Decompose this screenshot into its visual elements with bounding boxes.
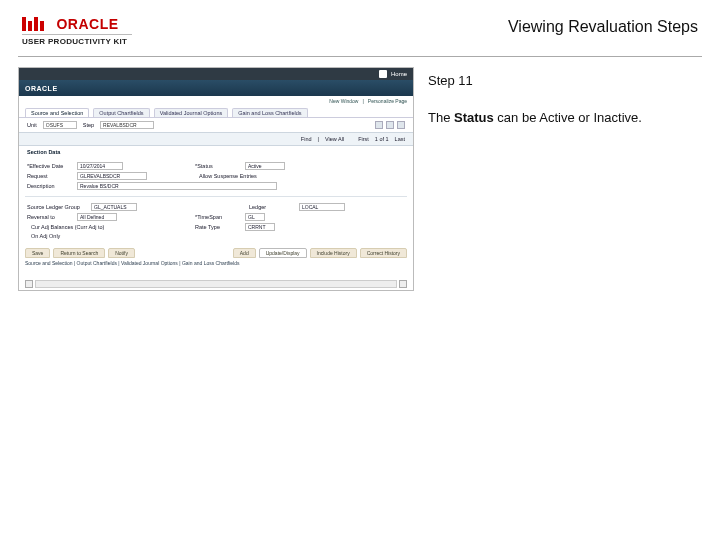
tspan-value: GL [245, 213, 265, 221]
ledger-value: LOCAL [299, 203, 345, 211]
count-text: 1 of 1 [375, 136, 389, 142]
rate-label: Rate Type [195, 224, 241, 230]
footer-links: Source and Selection | Output Chartfield… [19, 258, 413, 270]
unit-label: Unit [27, 122, 37, 128]
effdate-label: *Effective Date [27, 163, 73, 169]
first-link: First [358, 136, 369, 142]
request-label: Request [27, 173, 73, 179]
tab-source: Source and Selection [25, 108, 89, 117]
curbal-label: Cur Adj Balances (Curr Adj to) [31, 224, 104, 230]
desc-bold: Status [454, 110, 494, 125]
tool-icon [375, 121, 383, 129]
brand-subtitle: USER PRODUCTIVITY KIT [22, 34, 132, 46]
tt-label: Reversal to [27, 214, 73, 220]
step-description: The Status can be Active or Inactive. [428, 110, 702, 125]
btn-correct: Correct History [360, 248, 407, 258]
tab-journal: Validated Journal Options [154, 108, 229, 117]
btn-return: Return to Search [53, 248, 105, 258]
allow-label: Allow Suspense Entries [199, 173, 257, 179]
ledger-label: Ledger [249, 204, 295, 210]
screenshot-thumbnail: Home ORACLE New Window | Personalize Pag… [18, 67, 414, 291]
rate-value: CRRNT [245, 223, 275, 231]
btn-add: Add [233, 248, 256, 258]
tab-output: Output Chartfields [93, 108, 149, 117]
effdate-value: 10/27/2014 [77, 162, 123, 170]
app-brand: ORACLE [25, 85, 58, 92]
desc-label: Description [27, 183, 73, 189]
last-link: Last [395, 136, 405, 142]
status-label: *Status [195, 163, 241, 169]
scroll-right-icon [399, 280, 407, 288]
request-value: GLREVALBSDCR [77, 172, 147, 180]
step-label: Step 11 [428, 73, 702, 88]
step-value: REVALBSDCR [100, 121, 154, 129]
status-value: Active [245, 162, 285, 170]
brand-name: ORACLE [56, 16, 118, 32]
tab-gainloss: Gain and Loss Chartfields [232, 108, 307, 117]
desc-after: can be Active or Inactive. [494, 110, 642, 125]
step-label: Step [83, 122, 94, 128]
btn-notify: Notify [108, 248, 135, 258]
tool-icon [397, 121, 405, 129]
desc-before: The [428, 110, 454, 125]
sublink: New Window [329, 98, 358, 104]
home-link: Home [391, 71, 407, 77]
tt-value: All Defined [77, 213, 117, 221]
srcgrp-value: GL_ACTUALS [91, 203, 137, 211]
section-header: Section Data [27, 149, 60, 155]
sublink: Personalize Page [368, 98, 407, 104]
unit-value: OSUFS [43, 121, 77, 129]
viewall-link: View All [325, 136, 344, 142]
btn-update: Update/Display [259, 248, 307, 258]
scrollbar [35, 280, 397, 288]
btn-include: Include History [310, 248, 357, 258]
brand-block: ORACLE USER PRODUCTIVITY KIT [22, 14, 132, 46]
curadj-label: On Adj Only [31, 233, 60, 239]
oracle-logo: ORACLE [22, 14, 119, 32]
tspan-label: *TimeSpan [195, 214, 241, 220]
btn-save: Save [25, 248, 50, 258]
desc-value: Revalue BS/DCR [77, 182, 277, 190]
find-link: Find [301, 136, 312, 142]
page-title: Viewing Revaluation Steps [508, 14, 698, 36]
tool-icon [386, 121, 394, 129]
home-icon [379, 70, 387, 78]
srcgrp-label: Source Ledger Group [27, 204, 87, 210]
scroll-left-icon [25, 280, 33, 288]
